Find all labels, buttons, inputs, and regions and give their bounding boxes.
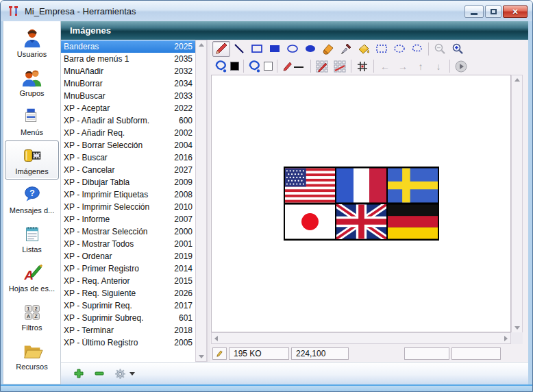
eraser-tool-button[interactable]: [319, 41, 337, 57]
flag-germany: [388, 204, 438, 239]
minimize-icon: [471, 13, 478, 15]
scroll-up-icon[interactable]: [515, 78, 520, 82]
move-up-button[interactable]: ↑: [412, 58, 430, 74]
zoom-in-button[interactable]: [449, 41, 467, 57]
fill-bucket-tool-button[interactable]: [355, 41, 373, 57]
list-item[interactable]: XP - Aceptar2022: [61, 102, 196, 114]
maximize-button[interactable]: [485, 5, 501, 18]
flag-japan: [285, 204, 335, 239]
list-item[interactable]: MnuAñadir2032: [61, 65, 196, 77]
rectangle-tool-button[interactable]: [248, 41, 266, 57]
list-item[interactable]: XP - Último Registro2005: [61, 336, 196, 349]
list-item[interactable]: Banderas2025: [61, 40, 196, 53]
svg-text:?: ?: [29, 188, 34, 198]
sidebar-item-label: Mensajes d...: [10, 206, 54, 215]
image-name: XP - Primer Registro: [64, 264, 174, 273]
background-color-button[interactable]: [246, 58, 275, 74]
close-button[interactable]: ✕: [503, 5, 528, 18]
select-rectangle-tool-button[interactable]: [373, 41, 391, 57]
sidebar-item-imagenes[interactable]: Imágenes: [5, 140, 59, 180]
remove-image-button[interactable]: [94, 368, 105, 379]
image-id: 2017: [174, 301, 193, 310]
list-item[interactable]: MnuBuscar2033: [61, 90, 196, 102]
scroll-down-icon[interactable]: [199, 355, 204, 358]
foreground-color-button[interactable]: [212, 58, 241, 74]
move-down-button[interactable]: ↓: [430, 58, 447, 74]
list-item[interactable]: XP - Mostrar Todos2001: [61, 238, 196, 250]
sidebar-item-grupos[interactable]: Grupos: [5, 62, 59, 101]
eyedropper-tool-button[interactable]: [337, 41, 355, 57]
list-item[interactable]: XP - Buscar2016: [61, 151, 196, 164]
list-item[interactable]: XP - Req. Anterior2015: [61, 275, 196, 287]
flag-sweden: [388, 168, 438, 203]
list-item[interactable]: Barra de menús 12035: [61, 53, 196, 65]
preview-button[interactable]: [452, 58, 470, 74]
sidebar-item-mensajes[interactable]: ?Mensajes d...: [5, 180, 59, 219]
svg-text:1: 1: [27, 306, 29, 312]
hotspot-button[interactable]: [354, 58, 371, 74]
scroll-up-icon[interactable]: [199, 43, 204, 47]
settings-menu-button[interactable]: [114, 368, 135, 380]
list-item[interactable]: XP - Borrar Selección2004: [61, 139, 196, 151]
list-item[interactable]: XP - Imprimir Selección2010: [61, 201, 196, 213]
list-item[interactable]: XP - Dibujar Tabla2009: [61, 176, 196, 188]
pencil-tool-button[interactable]: [212, 41, 230, 57]
scroll-right-icon[interactable]: [504, 336, 508, 341]
line-tool-button[interactable]: [230, 41, 248, 57]
list-item[interactable]: XP - Suprimir Subreq.601: [61, 312, 196, 324]
list-item[interactable]: XP - Req. Siguiente2026: [61, 287, 196, 299]
canvas-horizontal-scrollbar[interactable]: [211, 332, 511, 344]
scroll-down-icon[interactable]: [515, 326, 520, 330]
scrollbar-corner: [511, 332, 523, 344]
sidebar-item-hojas[interactable]: AHojas de es...: [5, 258, 59, 297]
line-style-button[interactable]: [280, 58, 308, 74]
list-item[interactable]: XP - Suprimir Req.2017: [61, 299, 196, 312]
listas-icon: [21, 223, 43, 245]
hojas-icon: A: [21, 262, 43, 284]
minimize-button[interactable]: [464, 5, 484, 18]
sidebar-item-label: Menús: [21, 128, 43, 136]
list-item[interactable]: XP - Mostrar Selección2000: [61, 225, 196, 238]
image-id: 2007: [174, 215, 193, 224]
select-freeform-tool-button[interactable]: [408, 41, 426, 57]
select-ellipse-tool-button[interactable]: [391, 41, 408, 57]
list-item[interactable]: MnuBorrar2034: [61, 77, 196, 90]
list-item[interactable]: XP - Añadir al Subform.600: [61, 114, 196, 127]
image-name: XP - Suprimir Req.: [64, 301, 174, 310]
list-item[interactable]: XP - Informe2007: [61, 213, 196, 225]
list-item[interactable]: XP - Cancelar2027: [61, 164, 196, 176]
list-item[interactable]: XP - Terminar2018: [61, 324, 196, 336]
add-image-button[interactable]: [73, 368, 84, 379]
list-item[interactable]: XP - Imprimir Etiquetas2008: [61, 188, 196, 201]
zoom-out-button[interactable]: [431, 41, 449, 57]
canvas-vertical-scrollbar[interactable]: [511, 75, 523, 333]
app-window: Mi_Empresa - Herramientas ✕ UsuariosGrup…: [0, 0, 533, 392]
list-item[interactable]: XP - Primer Registro2014: [61, 262, 196, 275]
list-item[interactable]: XP - Ordenar2019: [61, 250, 196, 262]
sidebar-item-usuarios[interactable]: Usuarios: [5, 23, 59, 62]
sidebar-item-listas[interactable]: Listas: [5, 219, 59, 258]
image-id: 2019: [174, 252, 193, 261]
filled-rectangle-tool-button[interactable]: [266, 41, 284, 57]
drawing-canvas[interactable]: [211, 75, 511, 332]
sidebar-item-menus[interactable]: Menús: [5, 101, 59, 140]
move-left-button[interactable]: ←: [376, 58, 394, 74]
scroll-left-icon[interactable]: [214, 336, 218, 341]
ellipse-tool-button[interactable]: [284, 41, 301, 57]
recursos-icon: [21, 340, 43, 362]
move-right-button[interactable]: →: [394, 58, 412, 74]
pixel-grid-line-button[interactable]: [331, 58, 349, 74]
image-name: XP - Mostrar Selección: [64, 227, 174, 236]
sidebar-item-filtros[interactable]: 12AZFiltros: [5, 297, 59, 336]
plus-icon: [73, 368, 84, 379]
image-id: 2032: [174, 66, 193, 76]
list-scrollbar[interactable]: [195, 40, 207, 362]
list-item[interactable]: XP - Añadir Req.2002: [61, 127, 196, 139]
titlebar: Mi_Empresa - Herramientas ✕: [1, 1, 533, 21]
sidebar-item-recursos[interactable]: Recursos: [5, 336, 59, 375]
pixel-grid-button[interactable]: [313, 58, 331, 74]
image-name: MnuBuscar: [64, 91, 174, 101]
menus-icon: [21, 106, 43, 127]
filled-ellipse-tool-button[interactable]: [301, 41, 319, 57]
svg-text:A: A: [26, 313, 30, 319]
